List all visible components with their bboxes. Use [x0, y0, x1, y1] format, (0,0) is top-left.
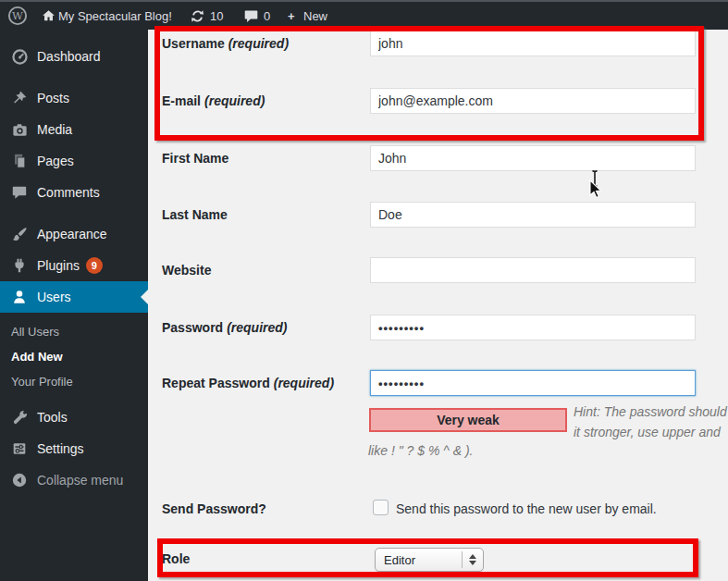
password-hint-line-3: like ! " ? $ % ^ & ).: [368, 443, 473, 458]
send-password-checkbox-label[interactable]: Send this password to the new user by em…: [396, 501, 657, 516]
sidebar-item-pages[interactable]: Pages: [0, 145, 148, 177]
comments-icon[interactable]: [243, 8, 259, 24]
send-password-label: Send Password?: [162, 501, 266, 516]
pushpin-icon: [9, 89, 30, 107]
sidebar-item-label: Collapse menu: [37, 473, 123, 488]
plus-icon[interactable]: +: [288, 7, 295, 26]
admin-sidebar: Dashboard Posts Media Pages: [0, 30, 148, 581]
repeat-password-label: Repeat Password(required): [162, 376, 334, 390]
sidebar-item-tools[interactable]: Tools: [0, 402, 148, 433]
sidebar-item-add-new[interactable]: Add New: [0, 344, 148, 369]
sidebar-item-label: Media: [37, 122, 72, 137]
sidebar-item-plugins[interactable]: Plugins 9: [0, 250, 148, 281]
last-name-row: Last Name: [148, 202, 728, 229]
sidebar-item-appearance[interactable]: Appearance: [0, 218, 148, 250]
sidebar-item-label: Settings: [37, 441, 84, 456]
paintbrush-icon: [9, 225, 30, 243]
updates-count[interactable]: 10: [210, 7, 223, 26]
camera-icon: [9, 120, 30, 139]
website-label: Website: [162, 263, 211, 278]
first-name-row: First Name: [148, 145, 728, 173]
sidebar-item-label: Comments: [37, 185, 100, 200]
collapse-arrow-icon: [9, 471, 30, 489]
active-menu-arrow: [141, 290, 148, 304]
dashboard-icon: [9, 47, 30, 66]
updates-icon[interactable]: [190, 8, 205, 24]
last-name-input[interactable]: [370, 202, 696, 228]
sidebar-item-label: Posts: [37, 91, 69, 105]
plugins-update-badge: 9: [86, 257, 103, 274]
collapse-menu-button[interactable]: Collapse menu: [0, 464, 148, 496]
sidebar-item-users[interactable]: Users: [0, 281, 148, 313]
mouse-cursor: [586, 169, 607, 204]
last-name-label: Last Name: [162, 207, 228, 222]
settings-sliders-icon: [9, 439, 30, 458]
users-submenu: All Users Add New Your Profile: [0, 313, 148, 402]
sidebar-item-label: Dashboard: [37, 49, 101, 64]
repeat-password-row: Repeat Password(required): [148, 370, 728, 398]
password-label: Password(required): [162, 320, 287, 335]
sidebar-item-dashboard[interactable]: Dashboard: [0, 41, 148, 72]
highlight-rectangle-credentials: [154, 26, 704, 141]
send-password-row: Send Password? Send this password to the…: [148, 496, 728, 524]
website-input[interactable]: [370, 257, 696, 283]
sidebar-item-comments[interactable]: Comments: [0, 177, 148, 208]
sidebar-item-label: Appearance: [37, 227, 107, 241]
highlight-rectangle-role: [157, 538, 698, 577]
speech-bubble-icon: [9, 183, 30, 202]
send-password-checkbox[interactable]: [373, 500, 389, 515]
password-hint-line-1: Hint: The password should: [574, 404, 727, 419]
first-name-input[interactable]: [370, 145, 696, 171]
svg-text:W: W: [12, 9, 23, 22]
sidebar-item-label: Plugins: [37, 258, 80, 273]
sidebar-item-your-profile[interactable]: Your Profile: [0, 369, 148, 394]
sidebar-item-settings[interactable]: Settings: [0, 433, 148, 464]
repeat-password-input[interactable]: [370, 370, 696, 396]
password-input[interactable]: [370, 315, 696, 340]
sidebar-item-label: Pages: [37, 154, 74, 168]
site-name-link[interactable]: My Spectacular Blog!: [58, 7, 172, 26]
comments-count[interactable]: 0: [264, 7, 270, 26]
wrench-icon: [9, 408, 30, 426]
sidebar-item-media[interactable]: Media: [0, 114, 148, 145]
sidebar-item-all-users[interactable]: All Users: [0, 319, 148, 344]
password-row: Password(required): [148, 315, 728, 342]
first-name-label: First Name: [162, 151, 228, 166]
sidebar-item-label: Users: [37, 290, 71, 304]
password-strength-meter: Very weak: [369, 408, 567, 432]
wordpress-logo-icon[interactable]: W: [7, 6, 28, 26]
website-row: Website: [148, 257, 728, 285]
plug-icon: [9, 256, 30, 275]
home-icon[interactable]: [41, 8, 56, 24]
password-hint-line-2: it stronger, use upper and: [574, 425, 721, 439]
sidebar-item-label: Tools: [37, 410, 68, 425]
new-content-link[interactable]: New: [303, 7, 327, 26]
sidebar-item-posts[interactable]: Posts: [0, 82, 148, 114]
user-icon: [9, 288, 30, 306]
pages-icon: [9, 152, 30, 170]
